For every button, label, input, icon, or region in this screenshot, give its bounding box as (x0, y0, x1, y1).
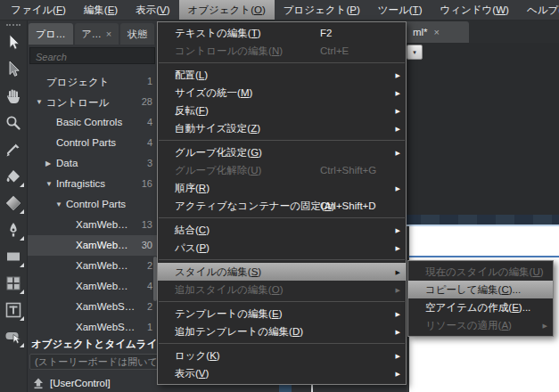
menu-item[interactable]: パス(P)▶ (158, 239, 406, 257)
tree-item-count: 16 (142, 178, 152, 189)
rectangle-icon (4, 248, 22, 265)
expander-closed-icon[interactable]: ▶ (45, 159, 51, 168)
tree-item-label: XamWeb… (76, 281, 128, 291)
menubar-item[interactable]: ヘルプ(H) (518, 0, 559, 20)
menu-item-label: サイズの統一(M) (175, 86, 252, 100)
menu-item-label: グループ化解除(U) (175, 164, 261, 177)
zoom-dropdown-button[interactable]: ▾ (407, 45, 423, 60)
panel-tab[interactable]: プロ… (29, 23, 73, 45)
tree-item[interactable]: XamWeb…4 (27, 276, 159, 297)
zoom-tool-button[interactable] (3, 112, 24, 134)
tree-item[interactable]: ▶Data3 (27, 153, 159, 174)
menu-item[interactable]: スタイルの編集(S)▶ (158, 263, 406, 281)
close-icon[interactable]: × (106, 29, 111, 39)
panel-tab-label: プロ… (36, 28, 66, 41)
tree-item[interactable]: XamWebS…2 (27, 297, 159, 317)
close-icon[interactable]: × (434, 27, 440, 37)
paint-bucket-tool-button[interactable] (3, 166, 24, 187)
menu-item[interactable]: アクティブなコンテナーの固定(A)Ctrl+Shift+D (158, 197, 406, 215)
expander-open-icon[interactable]: ▼ (55, 200, 62, 209)
asset-tool-button[interactable] (3, 326, 24, 347)
menubar-item[interactable]: オブジェクト(O) (179, 0, 275, 20)
search-input[interactable] (30, 50, 154, 65)
text-tool-button[interactable] (3, 299, 24, 321)
objects-timeline-header: オブジェクトとタイムライン (31, 338, 168, 351)
menubar-item[interactable]: プロジェクト(P) (275, 0, 369, 20)
menu-item[interactable]: グループ化設定(G)▶ (158, 143, 406, 161)
menu-item[interactable]: 空アイテムの作成(E)... (408, 298, 553, 316)
direct-selection-icon (4, 61, 22, 78)
menu-item[interactable]: 自動サイズ設定(Z)▶ (158, 119, 406, 137)
menubar-item[interactable]: ツール(T) (369, 0, 432, 20)
menu-item: コントロールの編集(N)Ctrl+E (158, 42, 406, 60)
menu-item-label: 表示(V) (175, 367, 209, 380)
panel-tab-label: ア… (82, 28, 102, 41)
selection-tool-button[interactable] (3, 32, 24, 53)
direct-selection-tool-button[interactable] (3, 59, 24, 80)
tree-item[interactable]: Control Parts4 (27, 133, 159, 153)
submenu-arrow-icon: ▶ (396, 227, 400, 233)
pan-tool-button[interactable] (3, 86, 24, 107)
submenu-arrow-icon: ▶ (396, 90, 400, 96)
search-box (29, 47, 155, 64)
menu-item[interactable]: 配置(L)▶ (158, 66, 406, 84)
scope-label: [UserControl] (50, 378, 111, 388)
submenu-arrow-icon: ▶ (396, 269, 400, 275)
menu-item[interactable]: 順序(R)▶ (158, 179, 406, 197)
menu-item[interactable]: テンプレートの編集(E)▶ (158, 305, 406, 323)
tree-item[interactable]: XamWeb…13 (27, 215, 159, 235)
submenu-arrow-icon: ▶ (396, 108, 400, 114)
menu-item-label: パス(P) (175, 241, 210, 255)
paint-bucket-icon (4, 167, 22, 185)
menu-item[interactable]: コピーして編集(C)... (408, 281, 553, 298)
menubar-item[interactable]: 表示(V) (127, 0, 178, 20)
pen-tool-button[interactable] (3, 219, 24, 241)
panel-tab[interactable]: ア…× (75, 23, 119, 45)
submenu-arrow-icon: ▶ (396, 311, 400, 317)
menu-item[interactable]: 反転(F)▶ (158, 102, 406, 119)
menu-item[interactable]: 追加テンプレートの編集(D)▶ (158, 323, 406, 340)
tree-item[interactable]: XamWeb…30 (27, 235, 159, 256)
gradient-tool-button[interactable] (3, 192, 24, 214)
object-menu: テキストの編集(T)F2コントロールの編集(N)Ctrl+E配置(L)▶サイズの… (157, 21, 407, 385)
expander-open-icon[interactable]: ▼ (45, 180, 53, 189)
menu-item: 現在のスタイルの編集(U) (408, 263, 553, 281)
gradient-icon (4, 194, 22, 212)
menu-item[interactable]: サイズの統一(M)▶ (158, 84, 406, 102)
tree-item[interactable]: Basic Controls4 (27, 112, 159, 133)
expander-open-icon[interactable]: ▼ (36, 98, 43, 107)
menu-item-label: 現在のスタイルの編集(U) (425, 265, 544, 279)
eyedropper-icon (4, 141, 22, 159)
grid-layout-tool-button[interactable] (3, 273, 24, 294)
menu-item-label: テンプレートの編集(E) (175, 307, 282, 321)
tree-item[interactable]: プロジェクト1 (27, 71, 159, 92)
tree-item-label: XamWebS… (76, 301, 135, 312)
application-window: ファイル(F)編集(E)表示(V)オブジェクト(O)プロジェクト(P)ツール(T… (0, 0, 559, 392)
tree-item[interactable]: ▼Control Parts (27, 194, 159, 215)
tree-item-label: Basic Controls (56, 117, 122, 127)
tree-item-count: 2 (147, 301, 152, 312)
panel-tab[interactable]: 状態 (120, 23, 154, 45)
toolbar-grip[interactable] (6, 24, 21, 26)
tree-item[interactable]: XamWebS…1 (27, 317, 159, 337)
menubar-item[interactable]: 編集(E) (75, 0, 127, 20)
menu-item[interactable]: ロック(K)▶ (158, 347, 406, 364)
tree-item[interactable]: ▼コントロール28 (27, 92, 159, 112)
menubar-item[interactable]: ファイル(F) (2, 0, 75, 20)
text-icon (4, 301, 22, 319)
tree-item[interactable]: ▼Infragistics16 (27, 174, 159, 194)
menu-item-label: コントロールの編集(N) (175, 45, 283, 58)
menu-item-shortcut: Ctrl+E (320, 45, 349, 56)
rectangle-tool-button[interactable] (3, 246, 24, 267)
submenu-arrow-icon: ▶ (396, 287, 400, 293)
menu-item[interactable]: 結合(C)▶ (158, 221, 406, 239)
tree-item[interactable]: XamWeb…2 (27, 256, 159, 276)
menubar-item[interactable]: ウィンドウ(W) (431, 0, 517, 20)
submenu-arrow-icon: ▶ (396, 72, 400, 78)
menu-item[interactable]: 表示(V)▶ (158, 364, 406, 382)
grid-layout-icon (4, 274, 22, 292)
menu-item[interactable]: テキストの編集(T)F2 (158, 24, 406, 42)
menubar: ファイル(F)編集(E)表示(V)オブジェクト(O)プロジェクト(P)ツール(T… (0, 0, 559, 20)
tree-item-label: XamWebS… (76, 322, 135, 332)
eyedropper-tool-button[interactable] (3, 139, 24, 160)
